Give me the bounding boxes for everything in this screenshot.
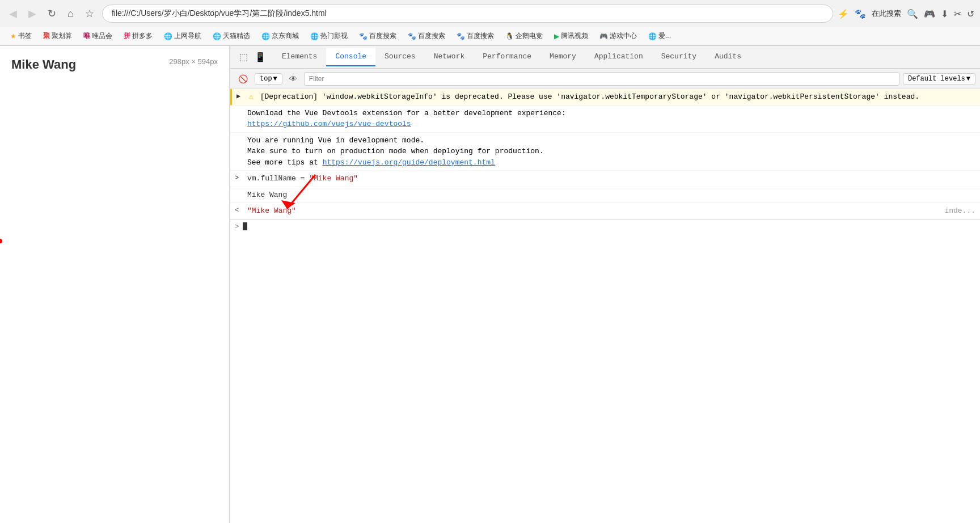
vue-tips-link[interactable]: https://vuejs.org/guide/deployment.html	[323, 158, 495, 167]
pinduoduo-icon: 拼	[124, 31, 130, 41]
levels-dropdown-icon: ▼	[966, 75, 970, 83]
home-button[interactable]: ⌂	[64, 7, 77, 21]
clear-console-button[interactable]: 🚫	[235, 73, 251, 85]
address-bar[interactable]: file:///C:/Users/罗小白/Desktop/vue学习/第二阶段/…	[102, 5, 833, 23]
less-than-icon: <	[235, 205, 239, 216]
back-button[interactable]: ◀	[6, 6, 20, 21]
bookmark-penguin[interactable]: 🐧 企鹅电竞	[501, 30, 547, 42]
bookmark-label: 爱...	[658, 31, 671, 41]
levels-selector[interactable]: Default levels ▼	[903, 73, 975, 85]
input-prompt: >	[235, 222, 239, 231]
search-label: 在此搜索	[872, 9, 901, 19]
bookmark-video[interactable]: 🌐 热门影视	[306, 30, 352, 42]
bookmark-juhuasuan[interactable]: 聚 聚划算	[39, 30, 77, 42]
ai-icon: 🌐	[648, 32, 657, 40]
lightning-button[interactable]: ⚡	[838, 9, 849, 19]
bookmark-label: 百度搜索	[418, 31, 445, 41]
juhuasuan-icon: 聚	[43, 31, 50, 41]
tab-audits[interactable]: Audits	[706, 48, 750, 66]
context-dropdown-icon: ▼	[273, 75, 277, 83]
levels-label: Default levels	[908, 75, 965, 83]
bookmark-label: 唯品会	[92, 31, 112, 41]
device-toggle-button[interactable]: 📱	[252, 50, 268, 64]
tab-security[interactable]: Security	[652, 48, 706, 66]
search-button[interactable]: 🔍	[907, 9, 918, 19]
nav-icon: 🌐	[164, 32, 172, 40]
expand-icon[interactable]: ▶	[236, 91, 240, 102]
bookmark-tencent-video[interactable]: ▶ 腾讯视频	[550, 30, 593, 42]
context-label: top	[260, 75, 272, 83]
page-content: Mike Wang 298px × 594px	[0, 46, 230, 523]
vue-devtools-text: Download the Vue Devtools extension for …	[247, 109, 566, 129]
warning-icon: ⚠	[249, 92, 254, 101]
bookmark-baidu3[interactable]: 🐾 百度搜索	[452, 30, 499, 42]
vip-icon: 唯	[83, 31, 90, 41]
source-reference: inde...	[944, 205, 975, 217]
bookmark-baidu2[interactable]: 🐾 百度搜索	[403, 30, 450, 42]
bookmark-item[interactable]: ★ 书签	[6, 30, 36, 42]
console-output[interactable]: ▶ ⚠ [Deprecation] 'window.webkitStorageI…	[230, 89, 980, 523]
bookmark-game-center[interactable]: 🎮 游戏中心	[595, 30, 641, 42]
reload-button[interactable]: ↻	[44, 6, 60, 21]
bookmark-label: 百度搜索	[467, 31, 494, 41]
download-button[interactable]: ⬇	[941, 9, 948, 19]
tools-button[interactable]: ✂	[954, 9, 961, 19]
nav-bar: ◀ ▶ ↻ ⌂ ☆ file:///C:/Users/罗小白/Desktop/v…	[0, 0, 980, 27]
nav-icons: ⚡ 🐾 在此搜索 🔍 🎮 ⬇ ✂ ↺	[838, 9, 974, 19]
bookmark-ai[interactable]: 🌐 爱...	[644, 30, 675, 42]
bookmark-vip[interactable]: 唯 唯品会	[79, 30, 117, 42]
expression-text: vm.fullName = "Mike Wang"	[247, 174, 358, 183]
devtools-tabs: ⬚ 📱 Elements Console Sources Network Per…	[230, 46, 980, 69]
address-text: file:///C:/Users/罗小白/Desktop/vue学习/第二阶段/…	[112, 9, 327, 19]
bookmark-label: 腾讯视频	[561, 31, 588, 41]
bookmark-pinduoduo[interactable]: 拼 拼多多	[119, 30, 157, 42]
bookmark-label: 聚划算	[52, 31, 72, 41]
tab-memory[interactable]: Memory	[540, 48, 585, 66]
bookmark-star-button[interactable]: ☆	[82, 6, 98, 21]
bookmark-navigation[interactable]: 🌐 上网导航	[159, 30, 206, 42]
console-line-deprecation: ▶ ⚠ [Deprecation] 'window.webkitStorageI…	[230, 89, 980, 106]
extensions-button[interactable]: 🐾	[855, 9, 866, 19]
console-line-vue-mode: You are running Vue in development mode.…	[230, 133, 980, 171]
return-string-value: "Mike Wang"	[247, 206, 296, 215]
tab-sources[interactable]: Sources	[375, 48, 425, 66]
page-size: 298px × 594px	[169, 57, 218, 66]
tab-application[interactable]: Application	[585, 48, 652, 66]
bookmark-label: 企鹅电竞	[516, 31, 543, 41]
tab-performance[interactable]: Performance	[474, 48, 540, 66]
main-area: Mike Wang 298px × 594px ⬚ 📱 Elements Con…	[0, 46, 980, 523]
baidu1-icon: 🐾	[359, 32, 368, 40]
devtools-panel: ⬚ 📱 Elements Console Sources Network Per…	[230, 46, 980, 523]
jd-icon: 🌐	[261, 32, 270, 40]
tab-network[interactable]: Network	[425, 48, 474, 66]
gamepad-button[interactable]: 🎮	[924, 9, 935, 19]
tmall-icon: 🌐	[213, 32, 221, 40]
bookmark-jd[interactable]: 🌐 京东商城	[257, 30, 303, 42]
bookmark-tmall[interactable]: 🌐 天猫精选	[208, 30, 255, 42]
console-input-line[interactable]: >	[230, 220, 980, 233]
page-title: Mike Wang	[11, 57, 76, 71]
forward-button[interactable]: ▶	[25, 6, 40, 21]
console-filter-input[interactable]	[304, 72, 899, 86]
bookmark-label: 书签	[18, 31, 32, 41]
tab-console[interactable]: Console	[326, 48, 375, 66]
tab-elements[interactable]: Elements	[273, 48, 326, 66]
bookmark-baidu1[interactable]: 🐾 百度搜索	[354, 30, 401, 42]
bookmark-label: 天猫精选	[223, 31, 250, 41]
vue-devtools-link[interactable]: https://github.com/vuejs/vue-devtools	[247, 120, 411, 128]
bookmark-label: 游戏中心	[610, 31, 637, 41]
bookmark-label: 热门影视	[320, 31, 348, 41]
game-icon: 🎮	[599, 32, 608, 40]
baidu3-icon: 🐾	[457, 32, 465, 40]
greater-than-icon[interactable]: >	[235, 173, 239, 183]
live-expressions-button[interactable]: 👁	[286, 73, 301, 85]
context-selector[interactable]: top ▼	[255, 73, 282, 85]
more-button[interactable]: ↺	[967, 9, 974, 19]
bookmark-label: 百度搜索	[369, 31, 396, 41]
console-line-return: < "Mike Wang" inde...	[230, 203, 980, 220]
inspect-button[interactable]: ⬚	[237, 50, 250, 64]
devtools-toolbar: 🚫 top ▼ 👁 Default levels ▼	[230, 69, 980, 89]
red-dot-indicator	[0, 239, 2, 243]
bookmark-label: 京东商城	[272, 31, 299, 41]
string-value: "Mike Wang"	[309, 174, 358, 183]
